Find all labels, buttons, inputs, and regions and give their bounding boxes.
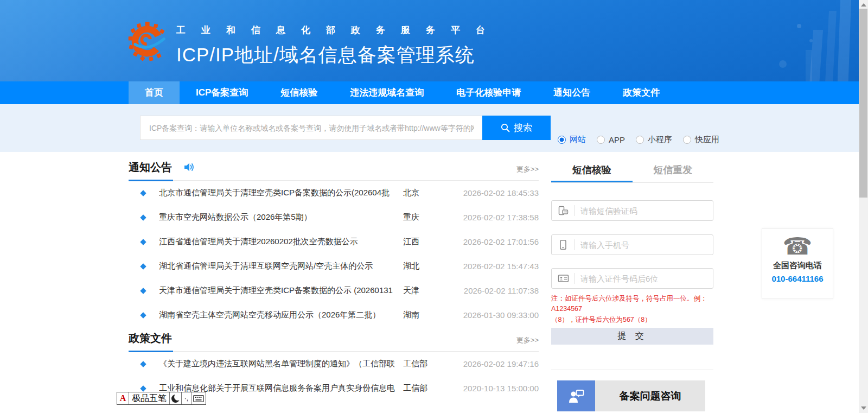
notice-region: 湖北 bbox=[403, 261, 453, 271]
notice-region: 江西 bbox=[403, 237, 453, 247]
nav-item-icp-query[interactable]: ICP备案查询 bbox=[180, 81, 264, 104]
radio-quickapp[interactable]: 快应用 bbox=[683, 135, 719, 145]
notice-title[interactable]: 湖北省通信管理局关于清理互联网空壳网站/空壳主体的公示 bbox=[159, 261, 403, 271]
notice-row[interactable]: 湖北省通信管理局关于清理互联网空壳网站/空壳主体的公示 湖北 2026-02-0… bbox=[129, 254, 539, 278]
id-number-input[interactable] bbox=[575, 274, 713, 283]
notice-region: 重庆 bbox=[403, 212, 453, 223]
ime-softkeyboard-toggle[interactable] bbox=[192, 392, 206, 404]
hotline-label: 全国咨询电话 bbox=[762, 260, 833, 271]
notice-row[interactable]: 江西省通信管理局关于清理20260202批次空壳数据公示 江西 2026-02-… bbox=[129, 230, 539, 254]
phone-number-field bbox=[551, 234, 713, 255]
notice-time: 2026-02-02 15:47:43 bbox=[453, 262, 539, 271]
submit-button[interactable]: 提 交 bbox=[551, 328, 713, 345]
policy-title[interactable]: 《关于建立境内违法互联网站黑名单管理制度的通知》（工信部联 bbox=[159, 359, 403, 369]
id-number-note: 注：如证件号后六位涉及符号，符号占用一位。例：A1234567 （8），证件号后… bbox=[551, 294, 713, 325]
notice-title[interactable]: 天津市通信管理局关于清理空壳类ICP备案数据的公示 (20260131 bbox=[159, 285, 403, 296]
ime-name-label[interactable]: 极品五笔 bbox=[129, 392, 170, 404]
notice-region: 天津 bbox=[403, 285, 453, 296]
notice-time: 2026-02-02 18:45:33 bbox=[453, 188, 539, 198]
policies-section-header: 政策文件 更多>> bbox=[129, 331, 539, 352]
notice-title[interactable]: 湖南省空壳主体空壳网站空壳移动应用公示（2026年第二批） bbox=[159, 310, 403, 320]
diamond-bullet-icon bbox=[140, 190, 146, 196]
telephone-icon: ☎ bbox=[762, 234, 833, 258]
diamond-bullet-icon bbox=[140, 239, 146, 245]
scroll-down-arrow-icon[interactable] bbox=[861, 406, 866, 410]
notice-region: 北京 bbox=[403, 188, 453, 198]
platform-subtitle: 工业和信息化部政务服务平台 bbox=[176, 24, 501, 36]
filing-consult-banner[interactable]: 备案问题咨询 bbox=[557, 380, 705, 411]
sms-tabs: 短信核验 短信重发 bbox=[551, 160, 713, 183]
notices-title: 通知公告 bbox=[129, 160, 172, 175]
notice-row[interactable]: 重庆市空壳网站数据公示（2026年第5期） 重庆 2026-02-02 17:3… bbox=[129, 205, 539, 230]
diamond-bullet-icon bbox=[140, 312, 146, 318]
notice-row[interactable]: 湖南省空壳主体空壳网站空壳移动应用公示（2026年第二批） 湖南 2026-01… bbox=[129, 303, 539, 327]
notice-title[interactable]: 重庆市空壳网站数据公示（2026年第5期） bbox=[159, 212, 403, 223]
radio-miniprogram[interactable]: 小程序 bbox=[636, 135, 672, 145]
search-input[interactable] bbox=[140, 116, 482, 140]
notice-row[interactable]: 北京市通信管理局关于清理空壳类ICP备案数据的公示(202604批 北京 202… bbox=[129, 181, 539, 205]
site-header: 工业和信息化部政务服务平台 ICP/IP地址/域名信息备案管理系统 bbox=[0, 0, 859, 81]
tab-sms-verify[interactable]: 短信核验 bbox=[551, 160, 633, 182]
vertical-scrollbar[interactable] bbox=[859, 0, 868, 413]
sms-code-input[interactable] bbox=[575, 206, 713, 215]
filing-consult-label: 备案问题咨询 bbox=[595, 380, 705, 411]
policy-time: 2020-10-13 15:00:00 bbox=[453, 384, 539, 393]
ime-mode-indicator[interactable]: A bbox=[117, 392, 129, 404]
search-type-radios: 网站 APP 小程序 快应用 bbox=[558, 135, 719, 145]
policies-underline bbox=[129, 351, 173, 352]
moon-icon bbox=[171, 395, 180, 403]
policy-row[interactable]: 《关于建立境内违法互联网站黑名单管理制度的通知》（工信部联 工信部 2026-0… bbox=[129, 352, 539, 376]
radio-quickapp-label: 快应用 bbox=[695, 135, 719, 145]
radio-website-label: 网站 bbox=[570, 135, 586, 145]
radio-selected-icon bbox=[558, 136, 566, 144]
scrollbar-thumb[interactable] bbox=[859, 9, 867, 198]
ime-fullhalf-toggle[interactable] bbox=[170, 392, 182, 404]
notice-row[interactable]: 天津市通信管理局关于清理空壳类ICP备案数据的公示 (20260131 天津 2… bbox=[129, 278, 539, 303]
notice-time: 2026-01-30 09:33:00 bbox=[453, 310, 539, 320]
nav-item-e-verify-apply[interactable]: 电子化核验申请 bbox=[440, 81, 537, 104]
nav-item-home[interactable]: 首页 bbox=[129, 81, 180, 104]
diamond-bullet-icon bbox=[140, 288, 146, 294]
diamond-bullet-icon bbox=[140, 214, 146, 220]
radio-unselected-icon bbox=[636, 136, 644, 144]
tab-sms-resend[interactable]: 短信重发 bbox=[633, 160, 714, 182]
nav-item-sms-verify[interactable]: 短信核验 bbox=[264, 81, 334, 104]
notices-underline bbox=[129, 180, 173, 181]
phone-number-input[interactable] bbox=[575, 240, 713, 250]
sms-code-icon bbox=[552, 205, 575, 216]
ime-status-bar: A 极品五笔 ·, bbox=[117, 392, 206, 405]
notices-more-link[interactable]: 更多>> bbox=[516, 164, 539, 174]
radio-app-label: APP bbox=[609, 135, 625, 144]
search-strip: 搜索 网站 APP 小程序 快应用 bbox=[0, 104, 859, 152]
search-button-label: 搜索 bbox=[514, 122, 532, 134]
speaker-icon bbox=[184, 162, 195, 174]
radio-miniprogram-label: 小程序 bbox=[648, 135, 672, 145]
policies-more-link[interactable]: 更多>> bbox=[516, 335, 539, 345]
scroll-up-arrow-icon[interactable] bbox=[861, 3, 866, 7]
ime-punct-toggle[interactable]: ·, bbox=[182, 392, 192, 404]
hotline-number[interactable]: 010-66411166 bbox=[762, 274, 833, 283]
sms-code-field bbox=[551, 200, 713, 221]
notice-time: 2026-02-02 11:07:38 bbox=[453, 286, 539, 295]
notice-region: 湖南 bbox=[403, 310, 453, 320]
notice-title[interactable]: 北京市通信管理局关于清理空壳类ICP备案数据的公示(202604批 bbox=[159, 188, 403, 198]
page-root: 工业和信息化部政务服务平台 ICP/IP地址/域名信息备案管理系统 首页 ICP… bbox=[0, 0, 859, 413]
nav-item-policies[interactable]: 政策文件 bbox=[607, 81, 676, 104]
notice-time: 2026-02-02 17:01:56 bbox=[453, 237, 539, 246]
notices-section-header: 通知公告 更多>> bbox=[129, 160, 539, 181]
phone-icon bbox=[552, 239, 575, 250]
search-button[interactable]: 搜索 bbox=[482, 116, 551, 140]
radio-app[interactable]: APP bbox=[597, 135, 625, 144]
nav-item-notices[interactable]: 通知公告 bbox=[537, 81, 607, 104]
panel-divider bbox=[551, 370, 713, 370]
radio-website[interactable]: 网站 bbox=[558, 135, 586, 145]
nav-item-illegal-domain-query[interactable]: 违法违规域名查询 bbox=[334, 81, 440, 104]
policy-time: 2026-02-02 19:47:16 bbox=[453, 359, 539, 368]
notice-time: 2026-02-02 17:38:58 bbox=[453, 213, 539, 222]
notice-title[interactable]: 江西省通信管理局关于清理20260202批次空壳数据公示 bbox=[159, 237, 403, 247]
page-title: ICP/IP地址/域名信息备案管理系统 bbox=[176, 42, 501, 68]
id-number-note-line1: 注：如证件号后六位涉及符号，符号占用一位。例：A1234567 bbox=[551, 294, 713, 315]
header-buildings-decoration bbox=[734, 0, 859, 81]
id-number-note-line2: （8），证件号后六位为567（8） bbox=[551, 315, 713, 325]
id-card-icon bbox=[552, 273, 575, 284]
